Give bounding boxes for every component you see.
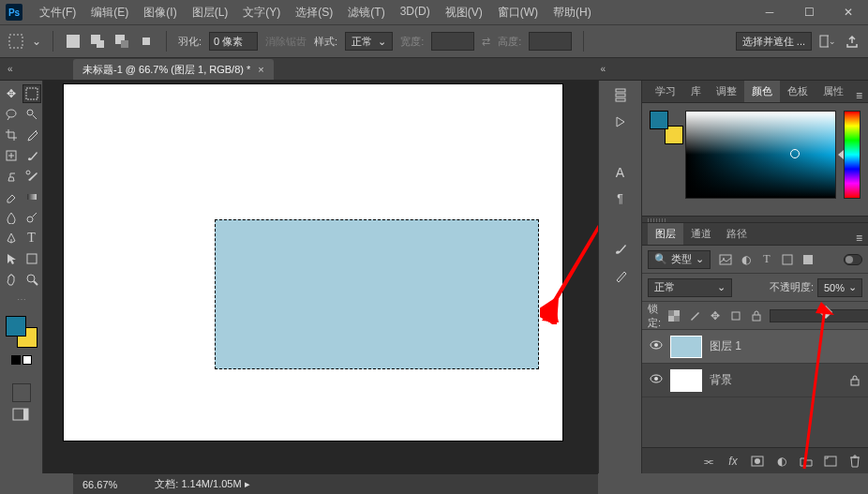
lock-artboard-icon[interactable] — [728, 308, 743, 323]
foreground-color-swatch[interactable] — [6, 316, 26, 337]
panel-divider[interactable] — [642, 216, 868, 223]
layer-thumbnail[interactable] — [670, 336, 702, 358]
panel-menu-icon[interactable]: ≡ — [856, 89, 862, 102]
quick-mask-icon[interactable] — [12, 383, 31, 402]
filter-adjust-icon[interactable]: ◐ — [739, 252, 754, 267]
link-layers-icon[interactable]: ⫘ — [701, 454, 716, 469]
add-selection-icon[interactable] — [89, 33, 106, 50]
style-select[interactable]: 正常⌄ — [345, 32, 393, 51]
blend-mode-select[interactable]: 正常⌄ — [648, 278, 732, 297]
new-selection-icon[interactable] — [65, 33, 82, 50]
minimize-button[interactable]: ─ — [750, 0, 789, 24]
pen-tool[interactable] — [2, 229, 21, 247]
paragraph-panel-icon[interactable]: ¶ — [611, 189, 630, 208]
history-brush-tool[interactable] — [22, 167, 41, 186]
eraser-tool[interactable] — [2, 187, 21, 206]
type-tool[interactable]: T — [22, 229, 41, 247]
brush-tool[interactable] — [22, 146, 41, 165]
close-button[interactable]: ✕ — [829, 0, 868, 24]
menu-edit[interactable]: 编辑(E) — [83, 1, 136, 24]
filter-smart-icon[interactable] — [801, 252, 816, 267]
tab-layers[interactable]: 图层 — [648, 223, 683, 245]
group-layers-icon[interactable] — [799, 454, 814, 469]
menu-view[interactable]: 视图(V) — [438, 1, 490, 24]
layer-thumbnail[interactable] — [670, 369, 702, 392]
layer-fx-icon[interactable]: fx — [726, 454, 741, 469]
path-select-tool[interactable] — [2, 249, 21, 268]
spot-heal-tool[interactable] — [2, 146, 21, 165]
menu-filter[interactable]: 滤镜(T) — [340, 1, 392, 24]
zoom-level[interactable]: 66.67% — [82, 479, 117, 490]
hand-tool[interactable] — [2, 270, 21, 289]
menu-layer[interactable]: 图层(L) — [185, 1, 236, 24]
tab-properties[interactable]: 属性 — [816, 81, 851, 102]
lock-all-icon[interactable] — [749, 308, 764, 323]
panel-fg-swatch[interactable] — [650, 111, 668, 129]
filter-toggle[interactable] — [844, 254, 862, 265]
dodge-tool[interactable] — [22, 208, 41, 227]
menu-image[interactable]: 图像(I) — [136, 1, 184, 24]
feather-input[interactable] — [209, 32, 258, 51]
menu-help[interactable]: 帮助(H) — [546, 1, 599, 24]
select-and-mask-button[interactable]: 选择并遮住 ... — [736, 32, 812, 51]
lock-position-icon[interactable]: ✥ — [708, 308, 723, 323]
quick-select-tool[interactable] — [22, 105, 41, 124]
crop-tool[interactable] — [2, 126, 21, 144]
eyedropper-tool[interactable] — [22, 126, 41, 144]
move-tool[interactable]: ✥ — [2, 84, 21, 103]
character-panel-icon[interactable]: A — [611, 163, 630, 182]
visibility-toggle[interactable] — [650, 340, 663, 353]
tab-paths[interactable]: 路径 — [719, 223, 755, 245]
subtract-selection-icon[interactable] — [113, 33, 130, 50]
tab-learn[interactable]: 学习 — [648, 81, 683, 102]
color-field[interactable] — [685, 111, 836, 199]
layer-name[interactable]: 图层 1 — [710, 338, 741, 354]
lock-pixels-icon[interactable] — [687, 308, 702, 323]
opacity-input[interactable]: 50%⌄ — [817, 278, 862, 297]
tab-lib[interactable]: 库 — [683, 81, 709, 102]
lasso-tool[interactable] — [2, 105, 21, 124]
marquee-tool[interactable] — [22, 84, 41, 103]
collapse-dock-right-icon[interactable]: « — [600, 64, 606, 74]
marquee-tool-icon[interactable] — [7, 33, 24, 50]
canvas[interactable] — [43, 81, 598, 473]
collapse-dock-icon[interactable]: « — [7, 64, 13, 74]
blur-tool[interactable] — [2, 208, 21, 227]
document-tab[interactable]: 未标题-1 @ 66.7% (图层 1, RGB/8) * × — [73, 59, 274, 80]
tab-swatches[interactable]: 色板 — [780, 81, 816, 102]
zoom-tool[interactable] — [22, 270, 41, 289]
menu-select[interactable]: 选择(S) — [288, 1, 340, 24]
menu-type[interactable]: 文字(Y) — [235, 1, 288, 24]
menu-window[interactable]: 窗口(W) — [490, 1, 546, 24]
workspaces-icon[interactable]: ⌄ — [819, 33, 836, 50]
tab-adjust[interactable]: 调整 — [709, 81, 744, 102]
layer-mask-icon[interactable] — [750, 454, 765, 469]
filter-text-icon[interactable]: T — [759, 252, 774, 267]
share-icon[interactable] — [844, 33, 861, 50]
menu-3d[interactable]: 3D(D) — [393, 1, 438, 24]
brushes-panel-icon[interactable] — [611, 266, 630, 285]
screen-mode-icon[interactable] — [12, 408, 31, 427]
shape-tool[interactable] — [22, 249, 41, 268]
filter-image-icon[interactable] — [718, 252, 733, 267]
swap-colors-icon[interactable] — [22, 355, 32, 365]
new-layer-icon[interactable] — [823, 454, 838, 469]
filter-shape-icon[interactable] — [780, 252, 795, 267]
layer-row[interactable]: 背景 — [642, 364, 868, 397]
intersect-selection-icon[interactable] — [138, 33, 155, 50]
brush-settings-icon[interactable] — [611, 240, 630, 259]
layers-menu-icon[interactable]: ≡ — [856, 232, 862, 245]
filter-type-select[interactable]: 🔍类型⌄ — [648, 250, 711, 269]
layer-name[interactable]: 背景 — [710, 372, 732, 388]
clone-stamp-tool[interactable] — [2, 167, 21, 186]
color-swatches[interactable] — [6, 316, 37, 348]
doc-info[interactable]: 文档: 1.14M/1.05M ▸ — [155, 477, 249, 491]
tab-channels[interactable]: 通道 — [683, 223, 719, 245]
adjustment-layer-icon[interactable]: ◐ — [774, 454, 789, 469]
gradient-tool[interactable] — [22, 187, 41, 206]
delete-layer-icon[interactable] — [847, 454, 862, 469]
menu-file[interactable]: 文件(F) — [32, 1, 83, 24]
layer-row[interactable]: 图层 1 — [642, 330, 868, 364]
maximize-button[interactable]: ☐ — [789, 0, 829, 24]
lock-transparency-icon[interactable] — [666, 308, 681, 323]
